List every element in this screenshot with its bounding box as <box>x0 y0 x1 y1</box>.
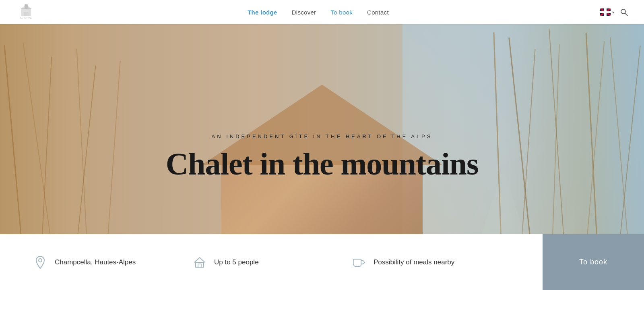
info-bar: Champcella, Hautes-Alpes Up to 5 people <box>0 234 644 290</box>
search-icon <box>620 8 628 16</box>
info-meals: Possibility of meals nearby <box>351 257 510 268</box>
chevron-down-icon: ▾ <box>612 10 614 15</box>
search-button[interactable] <box>620 8 628 16</box>
logo-icon: LE VEYRAS <box>17 3 35 21</box>
nav-contact[interactable]: Contact <box>367 9 389 16</box>
svg-point-5 <box>621 9 625 14</box>
capacity-text: Up to 5 people <box>214 258 259 266</box>
nav-lodge[interactable]: The lodge <box>248 9 277 16</box>
meals-text: Possibility of meals nearby <box>374 258 454 266</box>
hero-text-block: AN INDEPENDENT GÎTE IN THE HEART OF THE … <box>166 133 479 181</box>
main-nav: The lodge Discover To book Contact <box>248 9 389 16</box>
info-items: Champcella, Hautes-Alpes Up to 5 people <box>0 256 543 269</box>
location-icon <box>32 256 48 269</box>
svg-rect-9 <box>198 264 201 267</box>
home-icon <box>192 257 208 268</box>
site-header: LE VEYRAS The lodge Discover To book Con… <box>0 0 644 24</box>
uk-flag-icon <box>600 8 611 16</box>
logo[interactable]: LE VEYRAS <box>16 2 36 22</box>
svg-line-6 <box>625 13 627 16</box>
location-text: Champcella, Hautes-Alpes <box>55 258 136 266</box>
to-book-label: To book <box>579 258 607 266</box>
nav-discover[interactable]: Discover <box>292 9 316 16</box>
hero-section: AN INDEPENDENT GÎTE IN THE HEART OF THE … <box>0 24 644 290</box>
nav-right: ▾ <box>600 8 628 16</box>
svg-point-7 <box>39 259 42 262</box>
info-location: Champcella, Hautes-Alpes <box>32 256 192 269</box>
to-book-button[interactable]: To book <box>543 234 644 290</box>
svg-text:LE VEYRAS: LE VEYRAS <box>21 17 32 19</box>
nav-to-book[interactable]: To book <box>330 9 353 16</box>
svg-marker-2 <box>21 5 32 9</box>
svg-rect-8 <box>196 262 204 267</box>
language-selector[interactable]: ▾ <box>600 8 614 16</box>
hero-subtitle: AN INDEPENDENT GÎTE IN THE HEART OF THE … <box>166 133 479 139</box>
info-capacity: Up to 5 people <box>192 257 351 268</box>
coffee-icon <box>351 257 367 268</box>
hero-title: Chalet in the mountains <box>166 147 479 181</box>
svg-rect-3 <box>24 12 29 16</box>
